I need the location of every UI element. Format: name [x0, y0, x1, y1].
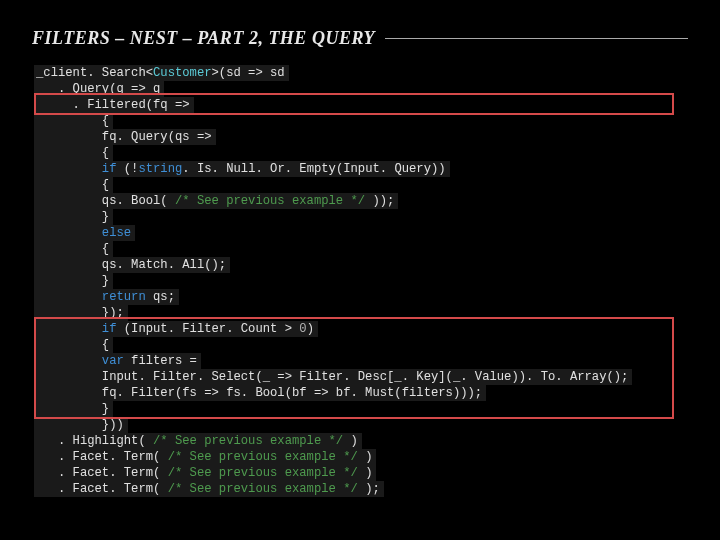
code-line: . Facet. Term( /* See previous example *…	[34, 481, 384, 497]
code-block: _client. Search<Customer>(sd => sd . Que…	[34, 63, 688, 495]
slide: FILTERS – NEST – PART 2, THE QUERY _clie…	[0, 0, 720, 540]
title-rule	[385, 38, 688, 39]
slide-title: FILTERS – NEST – PART 2, THE QUERY	[32, 28, 375, 49]
title-row: FILTERS – NEST – PART 2, THE QUERY	[32, 28, 688, 49]
